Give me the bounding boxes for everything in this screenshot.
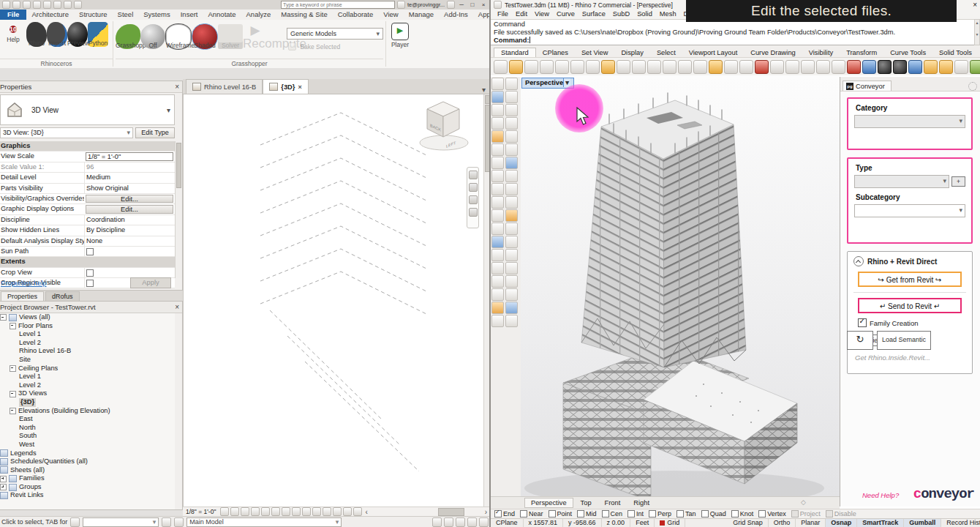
array-icon[interactable] [505, 262, 518, 274]
property-value[interactable]: Medium [84, 173, 175, 182]
load-semantic-button[interactable]: Load Semantic [877, 331, 931, 350]
property-row[interactable]: Parts Visibility Show Original [0, 184, 175, 194]
layer-icon[interactable] [847, 60, 861, 74]
point-icon[interactable] [505, 78, 518, 90]
property-value[interactable]: None [84, 236, 175, 246]
select-underlay-icon[interactable] [456, 517, 465, 527]
new-file-icon[interactable] [494, 60, 508, 74]
status-segment[interactable]: Osnap [826, 519, 857, 527]
save-icon[interactable] [524, 60, 538, 74]
polyline-icon[interactable] [491, 91, 504, 103]
recompute-icon[interactable]: ▶ Recompute [243, 22, 268, 47]
need-help-link[interactable]: Need Help? [862, 491, 899, 499]
property-row[interactable]: Default Analysis Display Style None [0, 236, 175, 247]
tree-item[interactable]: Views (all) [0, 313, 175, 322]
osnap-toggle[interactable]: Cen [602, 510, 623, 517]
menu-item[interactable]: Curve [553, 10, 578, 19]
viewcube[interactable]: BACK LEFT [420, 102, 468, 150]
scrollbar-thumb[interactable] [176, 143, 181, 188]
tree-item[interactable]: Elevations (Building Elevation) [0, 407, 175, 416]
osnap-toggle[interactable]: Project [791, 510, 821, 517]
open-file-icon[interactable] [509, 60, 523, 74]
user-account-label[interactable]: te@provinggr... [407, 1, 445, 8]
trim-icon[interactable] [491, 196, 504, 209]
osnap-toggle[interactable]: Int [627, 510, 644, 517]
clipboard-icon[interactable] [555, 60, 569, 74]
viewport-tab-new-icon[interactable]: ◇ [801, 498, 806, 506]
ribbon-tab[interactable]: Architecture [26, 10, 74, 20]
property-value[interactable]: Edit... [86, 195, 173, 203]
menu-item[interactable]: Edit [512, 10, 531, 19]
property-value[interactable] [84, 247, 175, 256]
shadows-icon[interactable] [251, 507, 260, 516]
osnap-toggle[interactable]: Near [520, 510, 543, 517]
close-icon[interactable]: × [175, 303, 179, 311]
ribbon-tab[interactable]: Manage [404, 10, 439, 20]
tree-item[interactable]: South [0, 432, 175, 441]
property-row[interactable]: Sun Path [0, 247, 175, 257]
status-segment[interactable]: x 1557.81 [524, 519, 564, 527]
menu-item[interactable]: SubD [609, 10, 633, 19]
reveal-hidden-icon[interactable] [312, 507, 321, 516]
tree-item[interactable]: {3D} [0, 398, 175, 407]
settings-icon[interactable] [939, 60, 953, 74]
zoom-icon[interactable] [469, 195, 478, 204]
toolbar-tab[interactable]: Select [650, 48, 682, 57]
close-view-icon[interactable]: × [298, 83, 301, 91]
status-segment[interactable]: Grid Snap [728, 519, 769, 527]
tree-item[interactable]: Families [0, 474, 175, 483]
close-button[interactable]: × [973, 1, 977, 9]
shaded-icon[interactable]: Shaded [192, 23, 218, 50]
property-row[interactable]: Graphics [0, 141, 175, 152]
off-icon[interactable]: Off [140, 24, 165, 49]
search-input[interactable]: Type a keyword or phrase [281, 1, 395, 9]
type-selector[interactable]: 3D View ▾ [0, 94, 175, 125]
toolbar-tab[interactable]: Standard [494, 48, 536, 57]
send-to-revit-button[interactable]: ↵ Send to Revit ↵ [858, 298, 962, 313]
status-segment[interactable]: Planar [796, 519, 826, 527]
edit-type-button[interactable]: Edit Type [135, 127, 175, 138]
ribbon-tab[interactable]: Annotate [203, 10, 241, 20]
selection-arrow-icon[interactable] [491, 78, 504, 90]
zoom-window-icon[interactable] [678, 60, 692, 74]
object-snap-icon[interactable] [785, 60, 799, 74]
named-views-icon[interactable] [755, 60, 769, 74]
tree-item[interactable]: 3D Views [0, 389, 175, 398]
tree-item[interactable]: Level 2 [0, 339, 175, 348]
test-tower-model[interactable] [521, 77, 840, 496]
sphere-icon[interactable] [505, 157, 518, 169]
move-icon[interactable] [647, 60, 661, 74]
status-segment[interactable]: SmartTrack [857, 519, 904, 527]
scroll-right-arrow[interactable]: › [485, 508, 487, 516]
surface-icon[interactable] [491, 143, 504, 156]
property-value[interactable]: By Discipline [84, 225, 175, 235]
osnap-toggle[interactable]: Knot [731, 510, 754, 517]
tree-expander-icon[interactable] [0, 484, 7, 490]
menu-item[interactable]: Solid [633, 10, 656, 19]
boolean-union-icon[interactable] [491, 209, 504, 222]
tree-item[interactable]: East [0, 415, 175, 424]
status-segment[interactable]: Gumball [904, 519, 941, 527]
ellipse-icon[interactable] [505, 104, 518, 116]
lock-view-icon[interactable] [292, 507, 301, 516]
filter-icon[interactable] [479, 517, 489, 527]
rendering-dialog-icon[interactable] [261, 507, 270, 516]
help-button[interactable]: 10 Help [1, 22, 25, 43]
transform-icon[interactable] [505, 249, 518, 261]
select-pinned-icon[interactable] [444, 517, 453, 527]
design-options-icon[interactable] [174, 517, 184, 527]
visual-style-icon[interactable] [230, 507, 239, 516]
property-value[interactable]: Edit... [86, 205, 173, 213]
category-dropdown[interactable]: ▾ [854, 115, 965, 128]
status-segment[interactable]: Grid [655, 519, 685, 527]
toolbar-tab[interactable]: Curve Tools [883, 48, 932, 57]
chamfer-icon[interactable] [505, 223, 518, 235]
paste-icon[interactable] [601, 60, 615, 74]
property-row[interactable]: Discipline Coordination [0, 215, 175, 225]
command-scrollbar[interactable]: ▲▼ [974, 19, 980, 45]
tree-expander-icon[interactable] [10, 323, 16, 329]
osnap-toggle[interactable]: Mid [577, 510, 597, 517]
minimize-button[interactable]: ─ [457, 1, 466, 8]
tree-expander-icon[interactable] [0, 476, 7, 482]
property-row[interactable]: Extents [0, 257, 175, 267]
